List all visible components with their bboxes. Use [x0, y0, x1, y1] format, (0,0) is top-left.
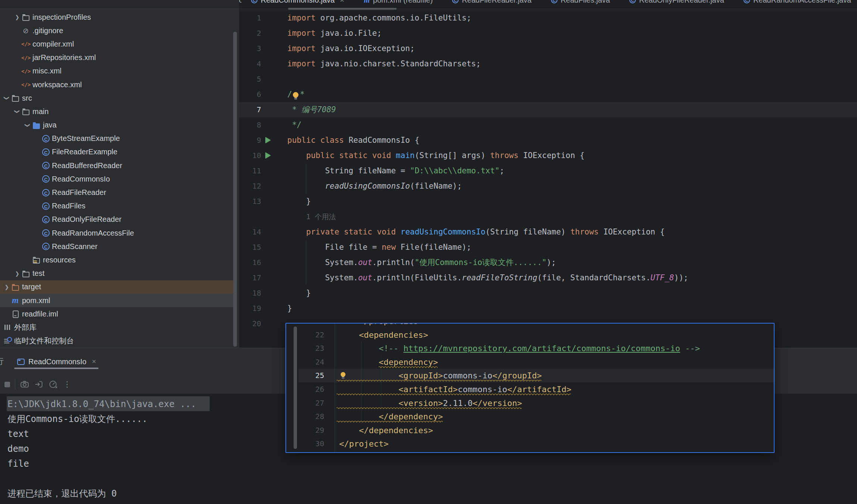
run-gutter-icon[interactable]	[265, 137, 271, 144]
tree-item-label: ReadFiles	[52, 202, 85, 210]
tree-item-label: src	[22, 94, 32, 103]
code-line[interactable]: 5	[239, 72, 857, 87]
line-number: 12	[239, 179, 261, 194]
tree-item-test[interactable]: ❯test	[0, 267, 239, 280]
code-line[interactable]: 11 String fileName = "D:\\abc\\demo.txt"…	[239, 163, 857, 179]
chevron-right-icon[interactable]: ❯	[3, 284, 11, 290]
code-line[interactable]: 17 System.out.println(FileUtils.readFile…	[239, 270, 857, 286]
code-line[interactable]: 7 * 编号7089	[239, 102, 857, 117]
camera-button[interactable]	[18, 380, 32, 389]
gauge-button[interactable]	[46, 380, 60, 389]
tree-item-compiler-xml[interactable]: </>compiler.xml	[0, 37, 239, 51]
chevron-down-icon[interactable]: ❯	[14, 107, 20, 116]
chevron-down-icon[interactable]: ❯	[4, 94, 10, 102]
code-line[interactable]: 15 File file = new File(fileName);	[239, 240, 857, 255]
code-line[interactable]: 9public class ReadCommonsIo {	[239, 133, 857, 148]
tree-item-misc-xml[interactable]: </>misc.xml	[0, 64, 239, 78]
tree-item-label: ReadBufferedReader	[52, 161, 122, 170]
tree-item-pom-xml[interactable]: mpom.xml	[0, 294, 235, 307]
code-text: private static void readUsingCommonsIo(S…	[287, 224, 665, 240]
tree-item-label: 临时文件和控制台	[14, 336, 74, 346]
code-line[interactable]: 2import java.io.File;	[239, 26, 857, 41]
code-text: * 编号7089	[287, 102, 336, 117]
code-line[interactable]: 3import java.io.IOException;	[239, 41, 857, 56]
class-icon: C	[42, 189, 50, 196]
code-line[interactable]: 18 }	[239, 286, 857, 301]
toolbar-separator	[15, 379, 15, 390]
project-tree-scrollbar[interactable]	[233, 32, 237, 347]
class-icon: C	[551, 0, 557, 3]
export-button[interactable]	[32, 380, 46, 389]
code-line[interactable]: 10 public static void main(String[] args…	[239, 148, 857, 163]
editor-tab-label: ReadFiles.java	[561, 0, 610, 4]
code-line[interactable]: 13 }	[239, 194, 857, 209]
tree-item-readbufferedreader[interactable]: CReadBufferedReader	[0, 159, 239, 172]
tree-item-readfilereader[interactable]: CReadFileReader	[0, 186, 239, 199]
close-icon[interactable]: ✕	[340, 0, 344, 4]
chevron-right-icon[interactable]: ❯	[13, 14, 21, 20]
tree-item-src[interactable]: ❯src	[0, 91, 239, 105]
tree-item-inspectionprofiles[interactable]: ❯inspectionProfiles	[0, 10, 239, 24]
line-number: 13	[239, 194, 261, 209]
chevron-down-icon[interactable]: ❯	[25, 121, 31, 129]
tree-item-readfiles[interactable]: CReadFiles	[0, 199, 239, 213]
more-button[interactable]: ⋮	[60, 380, 74, 389]
tree-item--gitignore[interactable]: ⊘.gitignore	[0, 24, 239, 37]
code-text: import java.io.File;	[287, 26, 382, 41]
tree-item-readrandomaccessfile[interactable]: CReadRandomAccessFile	[0, 226, 239, 240]
editor-tab-label: ReadCommonsIo.java	[261, 0, 335, 4]
tree-item-readcommonsio[interactable]: CReadCommonsIo	[0, 172, 239, 186]
close-icon[interactable]: ✕	[92, 358, 97, 365]
tree-item-main[interactable]: ❯main	[0, 105, 239, 118]
tree-item---------[interactable]: 临时文件和控制台	[0, 334, 239, 348]
popup-code-line[interactable]: 29</dependencies>	[286, 423, 774, 437]
code-line[interactable]: 1import org.apache.commons.io.FileUtils;	[239, 10, 857, 26]
tree-item-readscanner[interactable]: CReadScanner	[0, 240, 239, 253]
popup-code-line[interactable]: 24<dependency>	[286, 355, 774, 369]
tree-item-jarrepositories-xml[interactable]: </>jarRepositories.xml	[0, 51, 239, 64]
clock-icon	[7, 337, 12, 342]
run-gutter-icon[interactable]	[265, 152, 271, 159]
stop-icon	[4, 382, 10, 387]
code-line[interactable]: 19}	[239, 301, 857, 316]
code-editor[interactable]: 1import org.apache.commons.io.FileUtils;…	[239, 10, 857, 348]
popup-code-line[interactable]: 30</project>	[286, 437, 774, 451]
code-line[interactable]: 12 readUsingCommonsIo(fileName);	[239, 179, 857, 194]
intention-bulb-icon[interactable]	[293, 92, 298, 98]
tab-scrollbar-thumb[interactable]	[288, 8, 397, 10]
tree-item-bytestreamexample[interactable]: CByteStreamExample	[0, 132, 239, 145]
tree-item-readonlyfilereader[interactable]: CReadOnlyFileReader	[0, 213, 239, 226]
console-command-line[interactable]: E:\JDK\jdk1.8.0_74\bin\java.exe ...	[7, 397, 196, 412]
popup-code-line[interactable]: 23<!-- https://mvnrepository.com/artifac…	[286, 341, 774, 355]
tree-item-workspace-xml[interactable]: </>workspace.xml	[0, 78, 239, 91]
run-tab[interactable]: ReadCommonsIo ✕	[17, 354, 96, 369]
chevron-right-icon[interactable]: ❯	[13, 271, 21, 277]
class-icon: C	[629, 0, 636, 3]
code-line[interactable]: 6/*	[239, 87, 857, 102]
tree-item-resources[interactable]: resources	[0, 253, 239, 267]
code-line[interactable]: 1 个用法	[239, 209, 857, 224]
stop-button[interactable]	[0, 382, 14, 387]
code-line[interactable]: 16 System.out.println("使用Commons-io读取文件.…	[239, 255, 857, 270]
warning-wavy-underline	[337, 394, 571, 395]
line-number: 16	[239, 255, 261, 270]
popup-code-line[interactable]: 22<dependencies>	[286, 328, 774, 342]
line-number: 15	[239, 240, 261, 255]
tree-item-label: compiler.xml	[32, 40, 74, 48]
class-icon: C	[452, 0, 459, 3]
popup-code-line[interactable]: 21</properties>	[286, 323, 774, 328]
code-line[interactable]: 4import java.nio.charset.StandardCharset…	[239, 56, 857, 72]
folder-icon	[21, 107, 30, 116]
tree-item-label: ReadFileReader	[52, 188, 106, 197]
code-line[interactable]: 8 */	[239, 117, 857, 133]
code-line[interactable]: 14 private static void readUsingCommonsI…	[239, 224, 857, 240]
tree-item-target[interactable]: ❯target	[0, 280, 235, 294]
tree-item-filereaderexample[interactable]: CFileReaderExample	[0, 145, 239, 159]
tree-item-java[interactable]: ❯java	[0, 119, 239, 132]
line-number: 3	[239, 41, 261, 56]
run-window-title-partial: 行	[0, 356, 4, 366]
line-number: 11	[239, 163, 261, 179]
folder-icon	[11, 94, 20, 103]
tree-item-readfile-iml[interactable]: readfile.iml	[0, 307, 239, 321]
tree-item----[interactable]: 外部库	[0, 321, 239, 334]
